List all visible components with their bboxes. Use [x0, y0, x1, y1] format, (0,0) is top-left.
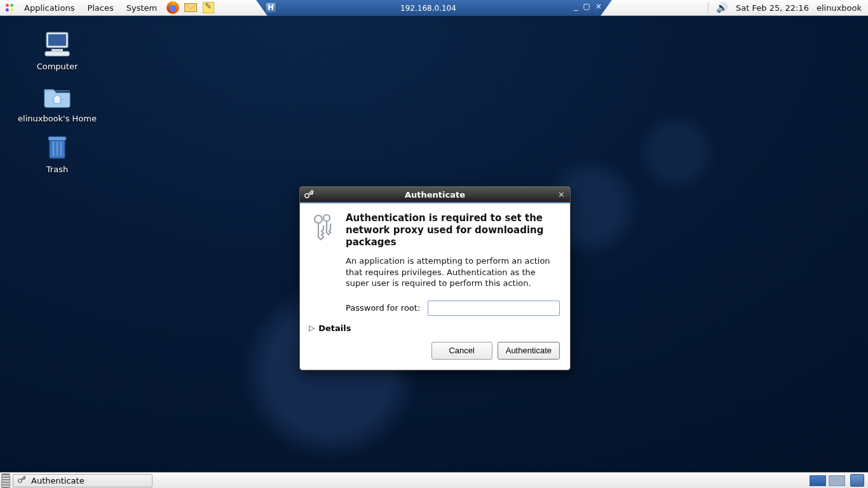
svg-rect-1	[48, 34, 66, 46]
note-icon	[203, 2, 214, 13]
desktop-icon-trash[interactable]: Trash	[10, 133, 105, 174]
top-panel-menus: Applications Places System	[0, 2, 161, 14]
svg-point-10	[315, 215, 322, 223]
auth-dialog: Authenticate ✕ Authentication is require…	[299, 186, 571, 370]
dialog-heading: Authentication is required to set the ne…	[346, 212, 560, 248]
desktop-icon-label: Trash	[10, 165, 105, 174]
taskbar-item-authenticate[interactable]: Authenticate	[13, 474, 153, 487]
dialog-titlebar[interactable]: Authenticate ✕	[300, 187, 570, 203]
desktop[interactable]: Computer elinuxbook's Home Trash	[0, 16, 868, 472]
top-panel-launchers	[161, 1, 215, 15]
home-folder-icon	[43, 82, 72, 110]
details-label: Details	[318, 323, 351, 333]
svg-point-9	[305, 194, 309, 198]
taskbar-item-label: Authenticate	[31, 476, 85, 485]
user-menu[interactable]: elinuxbook	[817, 3, 862, 13]
window-maximize-button[interactable]: ▢	[583, 2, 590, 11]
firefox-icon	[166, 1, 179, 14]
clock[interactable]: Sat Feb 25, 22:16	[736, 3, 809, 13]
bottom-panel: Authenticate	[0, 472, 868, 488]
mail-launcher[interactable]	[184, 1, 198, 15]
chevron-right-icon: ▷	[309, 323, 315, 332]
window-title: 192.168.0.104	[400, 4, 456, 13]
tray-corner-button[interactable]	[850, 474, 864, 487]
workspace-2[interactable]	[829, 475, 845, 486]
menu-places[interactable]: Places	[83, 2, 117, 14]
firefox-launcher[interactable]	[166, 1, 180, 15]
password-input[interactable]	[428, 301, 560, 316]
top-panel: Applications Places System H 192.168.0.1…	[0, 0, 868, 16]
desktop-icon-computer[interactable]: Computer	[10, 30, 105, 71]
authenticate-button[interactable]: Authenticate	[498, 342, 560, 360]
details-expander[interactable]: ▷ Details	[300, 320, 570, 334]
window-close-button[interactable]: ×	[595, 2, 602, 11]
keys-icon	[310, 212, 336, 316]
desktop-icon-label: elinuxbook's Home	[10, 114, 105, 123]
window-minimize-button[interactable]: _	[574, 2, 578, 11]
password-label: Password for root:	[346, 303, 420, 313]
workspace-1[interactable]	[810, 475, 826, 486]
cancel-button[interactable]: Cancel	[431, 342, 492, 360]
computer-icon	[43, 30, 72, 58]
svg-rect-5	[48, 137, 66, 140]
svg-rect-3	[45, 51, 69, 56]
dialog-description: An application is attempting to perform …	[346, 255, 560, 289]
desktop-icon-label: Computer	[10, 62, 105, 71]
trash-icon	[43, 133, 72, 161]
key-icon	[17, 475, 26, 486]
svg-point-12	[18, 479, 22, 482]
dialog-close-button[interactable]: ✕	[558, 190, 565, 200]
tray-separator	[708, 2, 709, 13]
svg-rect-2	[51, 49, 63, 51]
mail-icon	[184, 3, 197, 12]
desktop-icon-home[interactable]: elinuxbook's Home	[10, 82, 105, 123]
notes-launcher[interactable]	[201, 1, 215, 15]
dialog-title: Authenticate	[405, 190, 465, 200]
window-buttons: _ ▢ ×	[574, 2, 602, 11]
menu-applications[interactable]: Applications	[20, 2, 78, 14]
gnome-logo-icon	[4, 2, 15, 13]
show-desktop-button[interactable]	[1, 473, 10, 488]
top-panel-tray: 🔊 Sat Feb 25, 22:16 elinuxbook	[708, 2, 868, 13]
bottom-panel-tray	[810, 474, 868, 487]
sound-icon[interactable]: 🔊	[716, 2, 728, 13]
app-title-icon: H	[265, 2, 276, 13]
svg-point-11	[323, 215, 330, 221]
window-title-tab: H 192.168.0.104 _ ▢ ×	[256, 0, 612, 16]
menu-system[interactable]: System	[123, 2, 161, 14]
key-icon	[304, 189, 314, 201]
